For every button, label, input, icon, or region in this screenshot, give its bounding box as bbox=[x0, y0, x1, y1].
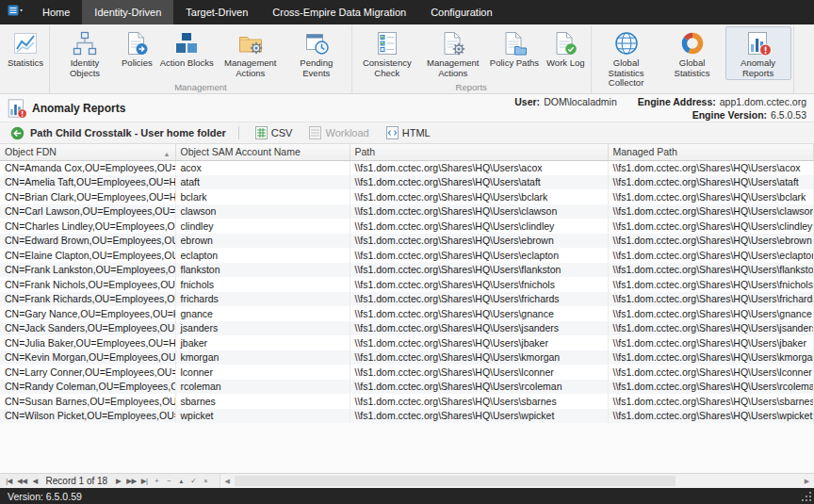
tab-identity-driven[interactable]: Identity-Driven bbox=[82, 0, 173, 24]
cell-managed-path: \\fs1.dom.cctec.org\Shares\HQ\Users\clin… bbox=[608, 219, 814, 234]
edit-record-button[interactable]: ▴ bbox=[175, 477, 187, 485]
cell-path: \\fs1.dom.cctec.org\Shares\HQ\Users\ebro… bbox=[350, 234, 608, 249]
report-table: ▲ Object FDN Object SAM Account Name Pat… bbox=[0, 144, 814, 423]
table-row[interactable]: CN=Julia Baker,OU=Employees,OU=HQ,OU=dom… bbox=[0, 335, 814, 350]
first-record-button[interactable]: |◀ bbox=[3, 477, 15, 485]
ribbon-button-work-log[interactable]: Work Log bbox=[543, 26, 588, 71]
table-row[interactable]: CN=Gary Nance,OU=Employees,OU=HQ,OU=dom,… bbox=[0, 306, 814, 321]
table-row[interactable]: CN=Carl Lawson,OU=Employees,OU=HQ,OU=dom… bbox=[0, 204, 814, 219]
cell-object-fdn: CN=Gary Nance,OU=Employees,OU=HQ,OU=dom,… bbox=[0, 306, 175, 321]
back-button[interactable]: Path Child Crosstalk - User home folder bbox=[7, 125, 230, 141]
table-row[interactable]: CN=Brian Clark,OU=Employees,OU=HQ,OU=dom… bbox=[0, 189, 814, 204]
cell-managed-path: \\fs1.dom.cctec.org\Shares\HQ\Users\fnic… bbox=[608, 277, 814, 292]
cell-path: \\fs1.dom.cctec.org\Shares\HQ\Users\jsan… bbox=[350, 321, 608, 336]
tab-cross-empire-data-migration[interactable]: Cross-Empire Data Migration bbox=[260, 0, 418, 24]
scroll-right-icon[interactable]: ▶ bbox=[800, 478, 814, 485]
tab-target-driven[interactable]: Target-Driven bbox=[173, 0, 260, 24]
append-record-button[interactable]: + bbox=[151, 477, 163, 485]
resize-grip-icon[interactable] bbox=[801, 491, 811, 501]
table-row[interactable]: CN=Kevin Morgan,OU=Employees,OU=HQ,OU=do… bbox=[0, 350, 814, 366]
table-row[interactable]: CN=Amanda Cox,OU=Employees,OU=HQ,OU=dom,… bbox=[0, 160, 814, 175]
table-row[interactable]: CN=Amelia Taft,OU=Employees,OU=HQ,OU=dom… bbox=[0, 175, 814, 190]
table-row[interactable]: CN=Edward Brown,OU=Employees,OU=HQ,OU=do… bbox=[0, 234, 814, 249]
cell-managed-path: \\fs1.dom.cctec.org\Shares\HQ\Users\rcol… bbox=[608, 380, 814, 395]
ribbon-button-global-statistics-collector[interactable]: Global Statistics Collector bbox=[594, 26, 659, 90]
ribbon-button-management-actions[interactable]: Management Actions bbox=[218, 26, 284, 80]
cell-object-fdn: CN=Susan Barnes,OU=Employees,OU=HQ,OU=do… bbox=[0, 394, 175, 409]
statistics-icon bbox=[12, 30, 39, 57]
ribbon-button-policy-paths[interactable]: Policy Paths bbox=[486, 26, 543, 71]
cell-object-fdn: CN=Frank Richards,OU=Employees,OU=HQ,OU=… bbox=[0, 292, 175, 307]
ribbon-button-policies[interactable]: Policies bbox=[118, 26, 156, 71]
cell-path: \\fs1.dom.cctec.org\Shares\HQ\Users\claw… bbox=[350, 204, 608, 219]
ribbon-button-global-statistics[interactable]: Global Statistics bbox=[659, 26, 725, 80]
consistency-check-icon bbox=[374, 30, 400, 57]
scroll-left-icon[interactable]: ◀ bbox=[220, 478, 235, 485]
previous-record-button[interactable]: ◀ bbox=[29, 477, 41, 485]
horizontal-scrollbar[interactable]: ◀ ▶ bbox=[220, 474, 814, 488]
ribbon-button-anomaly-reports[interactable]: Anomaly Reports bbox=[725, 26, 791, 80]
next-record-button[interactable]: ▶ bbox=[112, 477, 124, 485]
tab-configuration[interactable]: Configuration bbox=[418, 0, 504, 24]
cell-object-fdn: CN=Amelia Taft,OU=Employees,OU=HQ,OU=dom… bbox=[0, 175, 175, 190]
table-row[interactable]: CN=Elaine Clapton,OU=Employees,OU=HQ,OU=… bbox=[0, 248, 814, 263]
tab-home[interactable]: Home bbox=[30, 0, 82, 24]
ribbon-button-action-blocks[interactable]: Action Blocks bbox=[156, 26, 218, 71]
cancel-edit-button[interactable]: × bbox=[200, 477, 212, 485]
scrollbar-thumb[interactable] bbox=[235, 476, 676, 486]
ribbon-button-identity-objects[interactable]: Identity Objects bbox=[52, 26, 118, 80]
application-menu-button[interactable] bbox=[0, 0, 30, 24]
workload-button[interactable]: Workload bbox=[301, 124, 376, 141]
table-row[interactable]: CN=Randy Coleman,OU=Employees,OU=HQ,OU=d… bbox=[0, 380, 814, 395]
grid-body: CN=Amanda Cox,OU=Employees,OU=HQ,OU=dom,… bbox=[0, 160, 814, 423]
scrollbar-track[interactable] bbox=[235, 474, 800, 488]
table-row[interactable]: CN=Wilson Picket,OU=Employees,OU=HQ,OU=d… bbox=[0, 409, 814, 424]
engine-version-info: Engine Version:6.5.0.53 bbox=[692, 108, 806, 122]
cell-path: \\fs1.dom.cctec.org\Shares\HQ\Users\ecla… bbox=[350, 248, 608, 263]
cell-path: \\fs1.dom.cctec.org\Shares\HQ\Users\fnic… bbox=[350, 277, 608, 292]
page-title: Anomaly Reports bbox=[8, 99, 125, 118]
user-info: User:DOM\localadmin bbox=[514, 95, 616, 108]
table-row[interactable]: CN=Frank Richards,OU=Employees,OU=HQ,OU=… bbox=[0, 292, 814, 307]
html-export-button[interactable]: HTML bbox=[379, 124, 438, 141]
table-row[interactable]: CN=Jack Sanders,OU=Employees,OU=HQ,OU=do… bbox=[0, 321, 814, 336]
cell-object-fdn: CN=Amanda Cox,OU=Employees,OU=HQ,OU=dom,… bbox=[0, 160, 175, 175]
column-header-object-fdn[interactable]: ▲ Object FDN bbox=[0, 144, 175, 160]
cell-managed-path: \\fs1.dom.cctec.org\Shares\HQ\Users\gnan… bbox=[608, 306, 814, 321]
table-row[interactable]: CN=Frank Lankston,OU=Employees,OU=HQ,OU=… bbox=[0, 263, 814, 278]
ribbon-group-statistics: Statistics bbox=[2, 25, 50, 93]
end-edit-button[interactable]: ✓ bbox=[187, 477, 200, 485]
table-row[interactable]: CN=Susan Barnes,OU=Employees,OU=HQ,OU=do… bbox=[0, 394, 814, 409]
policy-paths-icon bbox=[501, 30, 528, 57]
previous-page-button[interactable]: ◀◀ bbox=[15, 477, 29, 485]
action-blocks-icon bbox=[173, 30, 200, 57]
column-header-path[interactable]: Path bbox=[350, 144, 608, 160]
next-page-button[interactable]: ▶▶ bbox=[124, 477, 138, 485]
ribbon-button-management-actions-report[interactable]: Management Actions bbox=[420, 26, 486, 80]
table-row[interactable]: CN=Frank Nichols,OU=Employees,OU=HQ,OU=d… bbox=[0, 277, 814, 292]
delete-record-button[interactable]: − bbox=[163, 477, 175, 485]
cell-object-sam-account-name: jbaker bbox=[175, 335, 350, 350]
cell-object-sam-account-name: bclark bbox=[175, 189, 350, 204]
cell-path: \\fs1.dom.cctec.org\Shares\HQ\Users\kmor… bbox=[350, 350, 608, 366]
work-log-icon bbox=[552, 30, 578, 57]
ribbon-button-consistency-check[interactable]: Consistency Check bbox=[354, 26, 420, 80]
cell-object-fdn: CN=Jack Sanders,OU=Employees,OU=HQ,OU=do… bbox=[0, 321, 175, 336]
ribbon-button-pending-events[interactable]: Pending Events bbox=[284, 26, 350, 80]
last-record-button[interactable]: ▶| bbox=[138, 477, 151, 485]
column-header-managed-path[interactable]: Managed Path bbox=[608, 144, 814, 160]
workload-icon bbox=[309, 126, 321, 139]
sort-ascending-icon: ▲ bbox=[164, 151, 171, 157]
cell-object-sam-account-name: jsanders bbox=[175, 321, 350, 336]
cell-path: \\fs1.dom.cctec.org\Shares\HQ\Users\wpic… bbox=[350, 409, 608, 424]
csv-export-button[interactable]: CSV bbox=[248, 124, 301, 141]
column-header-object-sam-account-name[interactable]: Object SAM Account Name bbox=[175, 144, 350, 160]
cell-path: \\fs1.dom.cctec.org\Shares\HQ\Users\sbar… bbox=[350, 394, 608, 409]
ribbon-button-statistics[interactable]: Statistics bbox=[4, 26, 47, 71]
table-row[interactable]: CN=Charles Lindley,OU=Employees,OU=HQ,OU… bbox=[0, 219, 814, 234]
table-row[interactable]: CN=Larry Conner,OU=Employees,OU=HQ,OU=do… bbox=[0, 365, 814, 380]
cell-path: \\fs1.dom.cctec.org\Shares\HQ\Users\bcla… bbox=[350, 189, 608, 204]
csv-icon bbox=[255, 126, 268, 139]
cell-object-fdn: CN=Kevin Morgan,OU=Employees,OU=HQ,OU=do… bbox=[0, 350, 175, 366]
policies-icon bbox=[123, 30, 150, 57]
